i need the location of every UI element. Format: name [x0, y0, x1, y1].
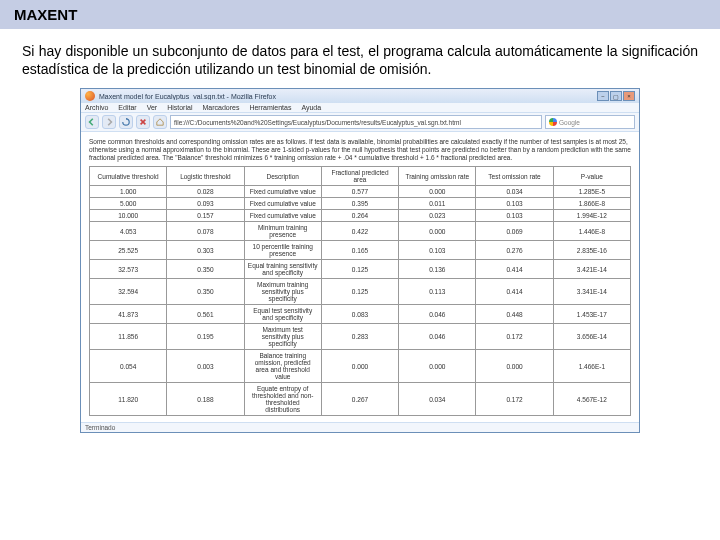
reload-button[interactable] [119, 115, 133, 129]
table-header: Description [244, 167, 321, 186]
results-table: Cumulative thresholdLogistic thresholdDe… [89, 166, 631, 416]
table-cell: 0.023 [399, 210, 476, 222]
table-cell: 0.414 [476, 260, 553, 279]
table-cell: 1.866E-8 [553, 198, 630, 210]
menu-marcadores[interactable]: Marcadores [202, 104, 239, 111]
minimize-button[interactable]: − [597, 91, 609, 101]
google-icon [549, 118, 557, 126]
table-cell: 32.573 [90, 260, 167, 279]
slide-header: MAXENT [0, 0, 720, 29]
maximize-button[interactable]: ▢ [610, 91, 622, 101]
table-cell: 0.003 [167, 350, 244, 383]
url-text: file:///C:/Documents%20and%20Settings/Eu… [174, 119, 461, 126]
table-cell: 3.656E-14 [553, 324, 630, 350]
table-cell: 0.276 [476, 241, 553, 260]
table-row: 1.0000.028Fixed cumulative value0.5770.0… [90, 186, 631, 198]
table-cell: 0.034 [476, 186, 553, 198]
table-cell: 1.446E-8 [553, 222, 630, 241]
table-row: 11.8200.188Equate entropy of thresholded… [90, 383, 631, 416]
table-cell: 0.350 [167, 260, 244, 279]
menu-ayuda[interactable]: Ayuda [301, 104, 321, 111]
table-cell: 1.453E-17 [553, 305, 630, 324]
table-cell: 0.283 [321, 324, 398, 350]
table-cell: 0.188 [167, 383, 244, 416]
menu-ver[interactable]: Ver [147, 104, 158, 111]
table-cell: Balance training omission, predicted are… [244, 350, 321, 383]
table-row: 10.0000.157Fixed cumulative value0.2640.… [90, 210, 631, 222]
table-cell: 0.000 [399, 222, 476, 241]
table-cell: Fixed cumulative value [244, 198, 321, 210]
table-cell: 0.083 [321, 305, 398, 324]
table-header: Cumulative threshold [90, 167, 167, 186]
table-row: 11.8560.195Maximum test sensitivity plus… [90, 324, 631, 350]
table-cell: Equal test sensitivity and specificity [244, 305, 321, 324]
table-cell: 0.011 [399, 198, 476, 210]
menu-historial[interactable]: Historial [167, 104, 192, 111]
table-cell: 11.856 [90, 324, 167, 350]
table-cell: 0.414 [476, 279, 553, 305]
forward-button[interactable] [102, 115, 116, 129]
table-cell: Maximum test sensitivity plus specificit… [244, 324, 321, 350]
url-bar[interactable]: file:///C:/Documents%20and%20Settings/Eu… [170, 115, 542, 129]
table-header: Fractional predicted area [321, 167, 398, 186]
table-cell: 0.000 [399, 350, 476, 383]
table-cell: 0.422 [321, 222, 398, 241]
toolbar: file:///C:/Documents%20and%20Settings/Eu… [81, 113, 639, 132]
table-cell: 0.448 [476, 305, 553, 324]
table-row: 25.5250.30310 percentile training presen… [90, 241, 631, 260]
table-cell: 0.172 [476, 383, 553, 416]
table-cell: 32.594 [90, 279, 167, 305]
table-header: P-value [553, 167, 630, 186]
back-button[interactable] [85, 115, 99, 129]
table-cell: 0.103 [476, 198, 553, 210]
table-cell: 11.820 [90, 383, 167, 416]
table-cell: 0.078 [167, 222, 244, 241]
table-header: Logistic threshold [167, 167, 244, 186]
table-row: 5.0000.093Fixed cumulative value0.3950.0… [90, 198, 631, 210]
table-cell: 1.285E-5 [553, 186, 630, 198]
table-cell: 10 percentile training presence [244, 241, 321, 260]
table-cell: 1.466E-1 [553, 350, 630, 383]
table-cell: 25.525 [90, 241, 167, 260]
table-cell: 0.103 [399, 241, 476, 260]
menu-herramientas[interactable]: Herramientas [249, 104, 291, 111]
menubar: Archivo Editar Ver Historial Marcadores … [81, 103, 639, 113]
table-cell: 0.054 [90, 350, 167, 383]
menu-archivo[interactable]: Archivo [85, 104, 108, 111]
table-cell: 0.000 [399, 186, 476, 198]
home-button[interactable] [153, 115, 167, 129]
table-cell: 0.103 [476, 210, 553, 222]
table-cell: 0.165 [321, 241, 398, 260]
table-cell: 0.561 [167, 305, 244, 324]
titlebar: Maxent model for Eucalyptus_val.sgn.txt … [81, 89, 639, 103]
table-cell: 2.835E-16 [553, 241, 630, 260]
table-cell: 1.000 [90, 186, 167, 198]
table-cell: 3.341E-14 [553, 279, 630, 305]
table-cell: 0.577 [321, 186, 398, 198]
table-cell: 0.069 [476, 222, 553, 241]
table-cell: 0.046 [399, 305, 476, 324]
stop-button[interactable] [136, 115, 150, 129]
table-cell: 10.000 [90, 210, 167, 222]
table-cell: Equal training sensitivity and specifici… [244, 260, 321, 279]
table-cell: 0.000 [321, 350, 398, 383]
table-cell: 0.264 [321, 210, 398, 222]
table-cell: 0.034 [399, 383, 476, 416]
table-cell: 3.421E-14 [553, 260, 630, 279]
search-bar[interactable]: Google [545, 115, 635, 129]
table-cell: 4.053 [90, 222, 167, 241]
firefox-icon [85, 91, 95, 101]
table-row: 32.5730.350Equal training sensitivity an… [90, 260, 631, 279]
page-content: Some common thresholds and corresponding… [81, 132, 639, 422]
menu-editar[interactable]: Editar [118, 104, 136, 111]
table-cell: Minimum training presence [244, 222, 321, 241]
table-row: 4.0530.078Minimum training presence0.422… [90, 222, 631, 241]
table-row: 32.5940.350Maximum training sensitivity … [90, 279, 631, 305]
close-button[interactable]: × [623, 91, 635, 101]
table-cell: 0.125 [321, 260, 398, 279]
table-cell: 0.350 [167, 279, 244, 305]
window-controls: − ▢ × [597, 91, 635, 101]
table-cell: Maximum training sensitivity plus specif… [244, 279, 321, 305]
table-cell: 0.028 [167, 186, 244, 198]
table-row: 41.8730.561Equal test sensitivity and sp… [90, 305, 631, 324]
